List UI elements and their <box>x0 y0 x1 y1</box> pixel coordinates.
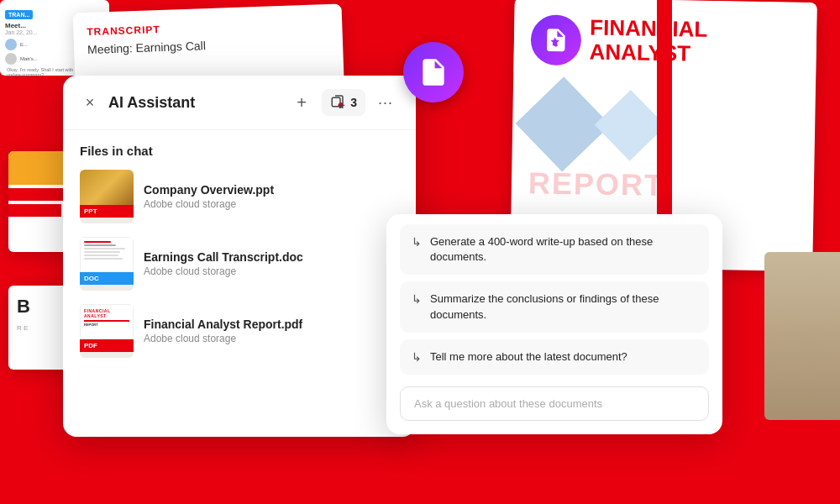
ai-icon-badge <box>403 42 464 102</box>
ppt-thumbnail-image <box>80 170 134 205</box>
doc-line-3 <box>84 251 120 253</box>
pdf-subheader: REPORT <box>84 323 129 327</box>
file-item-doc: DOC Earnings Call Transcript.doc Adobe c… <box>80 237 399 291</box>
pdf-header-text: FINANCIAL ANALYST <box>84 308 129 318</box>
files-section-label: Files in chat <box>80 144 399 158</box>
suggestion-text-2: Summarize the conclusions or findings of… <box>430 291 697 322</box>
bottom-red-accent <box>706 454 722 504</box>
file-thumb-pdf: FINANCIAL ANALYST REPORT PDF <box>80 304 134 358</box>
suggestion-arrow-3: ↳ <box>412 350 422 364</box>
file-info-pdf: Financial Analyst Report.pdf Adobe cloud… <box>144 318 399 344</box>
avatar-1 <box>5 39 17 50</box>
transcript-label: TRANSCRIPT <box>87 18 328 38</box>
ppt-type-label: PPT <box>80 205 134 218</box>
file-item-ppt: PPT Company Overview.ppt Adobe cloud sto… <box>80 170 399 223</box>
more-options-button[interactable]: ··· <box>372 89 399 116</box>
chat-label: TRAN... <box>5 10 33 19</box>
file-info-doc: Earnings Call Transcript.doc Adobe cloud… <box>144 250 399 277</box>
file-name-ppt: Company Overview.ppt <box>144 183 399 197</box>
transcript-title: Meeting: Earnings Call <box>87 34 329 56</box>
doc-line-red <box>84 241 111 243</box>
pdf-thumbnail-image: FINANCIAL ANALYST REPORT <box>80 304 134 339</box>
pdf-type-label: PDF <box>80 339 134 352</box>
chat-text-2: Matt's... <box>20 56 38 61</box>
suggestion-text-3: Tell me more about the latest document? <box>430 349 627 365</box>
files-count: 3 <box>350 96 357 109</box>
image-gradient <box>764 252 840 420</box>
files-button[interactable]: ★ 3 <box>322 89 365 116</box>
add-button[interactable]: + <box>288 89 315 116</box>
ai-documents-icon <box>417 56 449 88</box>
doc-type-label: DOC <box>80 272 134 285</box>
suggestion-item-2[interactable]: ↳ Summarize the conclusions or findings … <box>400 281 709 332</box>
suggestion-text-1: Generate a 400-word write-up based on th… <box>430 234 697 265</box>
financial-title-text: FINANCIAL ANALYST <box>589 15 707 66</box>
document-star-icon <box>543 26 570 54</box>
ai-body: Files in chat PPT Company Overview.ppt A… <box>63 130 416 437</box>
red-block-2 <box>8 204 61 217</box>
ppt-inner <box>80 170 134 205</box>
ai-header: × AI Assistant + ★ 3 ··· <box>63 76 416 130</box>
close-button[interactable]: × <box>80 92 100 113</box>
suggestions-panel: ↳ Generate a 400-word write-up based on … <box>386 214 722 434</box>
doc-line-1 <box>84 244 116 246</box>
suggestion-item-1[interactable]: ↳ Generate a 400-word write-up based on … <box>400 224 709 275</box>
file-item-pdf: FINANCIAL ANALYST REPORT PDF Financial A… <box>80 304 399 358</box>
ai-assistant-panel: × AI Assistant + ★ 3 ··· Files in chat <box>63 76 416 437</box>
suggestion-arrow-2: ↳ <box>412 292 422 306</box>
ask-input[interactable] <box>400 386 709 421</box>
file-source-ppt: Adobe cloud storage <box>144 198 399 210</box>
avatar-2 <box>5 53 17 65</box>
doc-line-2 <box>84 248 125 249</box>
doc-lines <box>84 241 129 260</box>
suggestion-arrow-1: ↳ <box>412 235 422 249</box>
file-thumb-ppt: PPT <box>80 170 134 223</box>
doc-line-5 <box>84 258 123 260</box>
diamond-shape-2 <box>595 90 666 161</box>
doc-thumbnail-image <box>80 237 134 272</box>
pdf-red-line <box>84 320 129 322</box>
file-name-pdf: Financial Analyst Report.pdf <box>144 318 399 331</box>
file-source-pdf: Adobe cloud storage <box>144 333 399 344</box>
files-icon: ★ <box>330 93 345 112</box>
financial-icon-circle <box>530 14 581 66</box>
header-actions: + ★ 3 ··· <box>288 89 399 116</box>
ai-title: AI Assistant <box>108 94 288 112</box>
file-thumb-doc: DOC <box>80 237 134 291</box>
doc-line-4 <box>84 255 118 256</box>
file-info-ppt: Company Overview.ppt Adobe cloud storage <box>144 183 399 210</box>
file-name-doc: Earnings Call Transcript.doc <box>144 250 399 264</box>
suggestion-item-3[interactable]: ↳ Tell me more about the latest document… <box>400 339 709 375</box>
bg-right-image <box>764 252 840 420</box>
chat-text-1: E... <box>20 42 28 47</box>
file-source-doc: Adobe cloud storage <box>144 265 399 277</box>
